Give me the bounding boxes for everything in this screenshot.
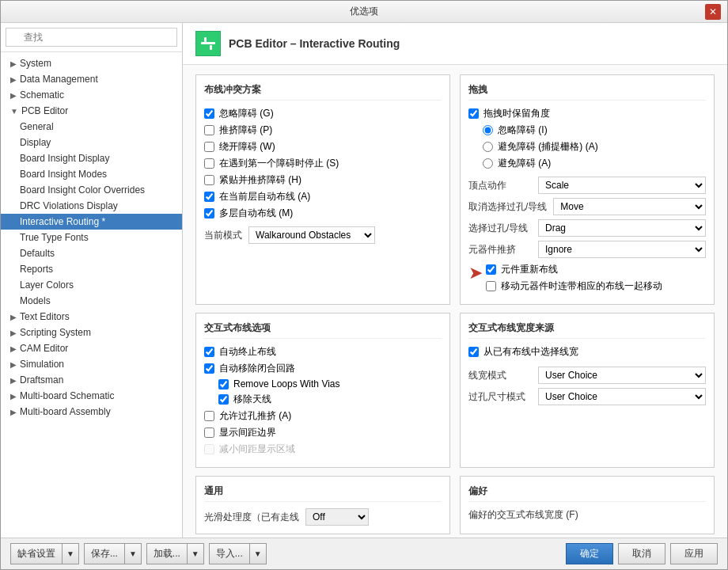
vertex-action-select[interactable]: Scale Move — [538, 177, 706, 194]
sidebar-item-multi-board-assembly[interactable]: ▶ Multi-board Assembly — [1, 404, 182, 420]
via-size-mode-label: 过孔尺寸模式 — [468, 390, 532, 404]
sidebar-item-true-type-fonts[interactable]: True Type Fonts — [1, 230, 182, 245]
sidebar-item-board-insight-display[interactable]: Board Insight Display — [1, 150, 182, 166]
sidebar-item-data-management[interactable]: ▶ Data Management — [1, 71, 182, 87]
checkbox-remove-antennas-input[interactable] — [218, 394, 229, 405]
apply-button[interactable]: 应用 — [670, 543, 718, 564]
current-mode-select[interactable]: Walkaround Obstacles Push Obstacles Igno… — [248, 226, 375, 244]
title-bar: 优选项 ✕ — [1, 1, 727, 23]
sidebar-item-reports[interactable]: Reports — [1, 261, 182, 277]
radio-avoid-obs-input[interactable] — [483, 158, 493, 169]
current-mode-row: 当前模式 Walkaround Obstacles Push Obstacles… — [204, 226, 442, 244]
sidebar-item-general[interactable]: General — [1, 119, 182, 135]
checkbox-select-from-existing-input[interactable] — [468, 347, 479, 357]
sidebar: 🔍 ▶ System ▶ Data Management ▶ Sc — [1, 23, 183, 538]
component-push-row: 元器件推挤 Ignore Push — [468, 241, 706, 258]
defaults-split-button: 缺省设置 ▼ — [10, 543, 79, 564]
checkbox-ignore-obstacle-input[interactable] — [204, 108, 214, 119]
close-button[interactable]: ✕ — [705, 4, 721, 20]
ok-button[interactable]: 确定 — [566, 543, 613, 564]
arrow-icon: ▶ — [10, 408, 17, 416]
sidebar-item-system[interactable]: ▶ System — [1, 55, 182, 71]
checkbox-reduce-clearance-input[interactable] — [204, 444, 214, 454]
checkbox-keep-angle-input[interactable] — [468, 108, 479, 119]
sidebar-item-schematic[interactable]: ▶ Schematic — [1, 87, 182, 103]
smoothing-select[interactable]: Off Weak Strong — [305, 508, 369, 526]
sidebar-item-drc-violations-display[interactable]: DRC Violations Display — [1, 198, 182, 214]
checkbox-auto-remove-loops-input[interactable] — [204, 363, 214, 374]
select-vias-label: 选择过孔/导线 — [468, 222, 532, 235]
checkbox-remove-loops-with-vias-input[interactable] — [218, 379, 229, 390]
bottom-bar: 缺省设置 ▼ 保存... ▼ 加载... ▼ 导入... ▼ 确定 取消 应用 — [1, 538, 727, 569]
import-button[interactable]: 导入... — [209, 543, 249, 564]
load-dropdown-button[interactable]: ▼ — [187, 543, 204, 564]
defaults-dropdown-button[interactable]: ▼ — [62, 543, 79, 564]
cancel-button[interactable]: 取消 — [618, 543, 665, 564]
search-input[interactable] — [6, 28, 177, 47]
via-size-mode-select[interactable]: User Choice Rule Minimum Rule Preferred … — [538, 388, 706, 405]
preference-section: 偏好 偏好的交互式布线宽度 (F) — [460, 476, 715, 534]
smoothing-row: 光滑处理度（已有走线 Off Weak Strong — [204, 508, 442, 526]
component-push-select[interactable]: Ignore Push — [538, 241, 706, 258]
checkbox-hug-push-input[interactable] — [204, 175, 214, 185]
via-size-mode-row: 过孔尺寸模式 User Choice Rule Minimum Rule Pre… — [468, 388, 706, 405]
radio-avoid-obs-hug-input[interactable] — [483, 142, 493, 152]
sidebar-item-text-editors[interactable]: ▶ Text Editors — [1, 309, 182, 325]
save-dropdown-button[interactable]: ▼ — [124, 543, 142, 564]
checkbox-auto-terminate-input[interactable] — [204, 347, 214, 357]
bottom-right-buttons: 确定 取消 应用 — [566, 543, 718, 564]
select-vias-select[interactable]: Drag Move — [538, 219, 706, 237]
checkbox-hug-push: 紧贴并推挤障碍 (H) — [204, 173, 442, 187]
checkbox-move-component-input[interactable] — [486, 281, 496, 291]
arrow-icon: ▶ — [10, 59, 17, 68]
checkbox-rerout: 元件重新布线 — [486, 263, 662, 276]
radio-ignore-obs-input[interactable] — [483, 125, 493, 135]
sidebar-item-pcb-editor[interactable]: ▼ PCB Editor — [1, 103, 182, 119]
width-mode-select[interactable]: User Choice Rule Minimum Rule Preferred … — [538, 367, 706, 384]
dialog: 优选项 ✕ 🔍 ▶ System ▶ Data Manag — [0, 0, 728, 570]
sidebar-item-board-insight-modes[interactable]: Board Insight Modes — [1, 166, 182, 182]
sidebar-item-defaults[interactable]: Defaults — [1, 245, 182, 261]
defaults-button[interactable]: 缺省设置 — [10, 543, 62, 564]
sidebar-item-interactive-routing[interactable]: Interactive Routing * — [1, 214, 182, 230]
import-dropdown-button[interactable]: ▼ — [249, 543, 267, 564]
sidebar-item-board-insight-color-overrides[interactable]: Board Insight Color Overrides — [1, 182, 182, 198]
checkbox-keep-angle: 拖拽时保留角度 — [468, 107, 706, 120]
sidebar-item-scripting-system[interactable]: ▶ Scripting System — [1, 325, 182, 340]
save-button[interactable]: 保存... — [84, 543, 124, 564]
checkbox-auto-remove-loops: 自动移除闭合回路 — [204, 362, 442, 375]
checkbox-reduce-clearance: 减小间距显示区域 — [204, 443, 442, 456]
sidebar-item-cam-editor[interactable]: ▶ CAM Editor — [1, 340, 182, 356]
checkbox-stop-at-first-input[interactable] — [204, 158, 214, 169]
vertex-action-row: 顶点动作 Scale Move — [468, 177, 706, 194]
radio-avoid-obs-hug: 避免障碍 (捕提栅格) (A) — [483, 140, 706, 154]
drag-title: 拖拽 — [468, 83, 706, 101]
checkbox-walkaround-obstacle-input[interactable] — [204, 142, 214, 152]
sidebar-item-models[interactable]: Models — [1, 293, 182, 309]
load-button[interactable]: 加载... — [146, 543, 187, 564]
sidebar-item-draftsman[interactable]: ▶ Draftsman — [1, 372, 182, 388]
checkbox-autoroute-multi-input[interactable] — [204, 208, 214, 218]
checkbox-rerout-input[interactable] — [486, 264, 496, 275]
smoothing-label: 光滑处理度（已有走线 — [204, 511, 299, 524]
interactive-routing-options-title: 交互式布线选项 — [204, 321, 442, 339]
checkbox-select-from-existing: 从已有布线中选择线宽 — [468, 345, 706, 359]
svg-rect-3 — [210, 45, 212, 50]
checkbox-display-clearance-input[interactable] — [204, 428, 214, 438]
arrow-icon: ▶ — [10, 75, 17, 84]
checkbox-move-component: 移动元器件时连带相应的布线一起移动 — [486, 279, 662, 293]
sidebar-item-simulation[interactable]: ▶ Simulation — [1, 356, 182, 372]
checkbox-push-obstacle-input[interactable] — [204, 125, 214, 135]
preference-title: 偏好 — [468, 484, 706, 502]
sidebar-item-display[interactable]: Display — [1, 135, 182, 150]
sidebar-item-multi-board-schematic[interactable]: ▶ Multi-board Schematic — [1, 388, 182, 404]
component-push-label: 元器件推挤 — [468, 243, 532, 256]
vertex-action-label: 顶点动作 — [468, 179, 532, 192]
checkbox-autoroute-current-input[interactable] — [204, 192, 214, 202]
checkbox-allow-via-pushing-input[interactable] — [204, 411, 214, 421]
checkbox-remove-loops-with-vias: Remove Loops With Vias — [218, 378, 442, 390]
deselect-vias-select[interactable]: Move Drag — [553, 198, 706, 215]
sidebar-item-layer-colors[interactable]: Layer Colors — [1, 277, 182, 293]
red-arrow-icon: ➤ — [468, 264, 483, 282]
preferred-width-row: 偏好的交互式布线宽度 (F) — [468, 508, 706, 522]
